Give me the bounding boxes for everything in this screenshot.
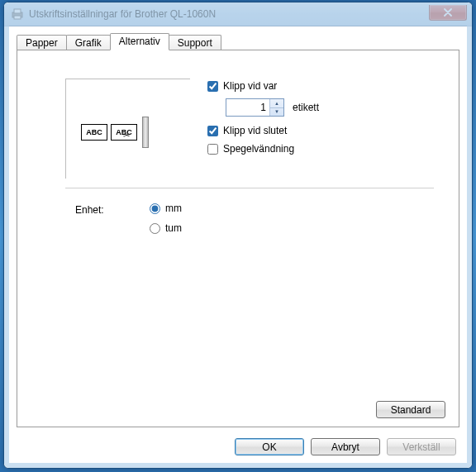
window-title: Utskriftsinställningar för Brother QL-10…	[29, 8, 429, 20]
dialog-button-row: OK Avbryt Verkställ	[235, 438, 456, 455]
tab-paper[interactable]: Papper	[17, 35, 67, 51]
options-group: Klipp vid var ▲ ▼ etikett Klipp vid slut…	[207, 80, 414, 161]
checkbox-cut-every[interactable]	[207, 81, 218, 92]
printer-icon	[11, 7, 24, 21]
tab-graphics[interactable]: Grafik	[66, 35, 111, 51]
cutter-icon	[142, 117, 149, 148]
spinner-up[interactable]: ▲	[270, 99, 283, 108]
radio-row-mm[interactable]: mm	[150, 203, 182, 214]
spinner-cut-count: ▲ ▼	[226, 98, 284, 117]
standard-button[interactable]: Standard	[376, 401, 445, 418]
label-cut-end: Klipp vid slutet	[223, 125, 287, 136]
radio-row-inch[interactable]: tum	[150, 222, 182, 234]
input-cut-count[interactable]	[226, 99, 269, 116]
apply-button[interactable]: Verkställ	[387, 438, 456, 455]
svg-rect-1	[14, 9, 21, 13]
close-button[interactable]	[429, 5, 467, 21]
label-unit: Enhet:	[75, 204, 104, 216]
cancel-button[interactable]: Avbryt	[311, 438, 380, 455]
tab-support[interactable]: Support	[169, 35, 221, 51]
label-mirror: Spegelvändning	[223, 143, 294, 155]
tab-page-alternative: ABC ABC ✂ Klipp vid var ▲ ▼	[17, 50, 459, 427]
client-area: Papper Grafik Alternativ Support ABC ABC…	[10, 26, 466, 462]
radio-inch[interactable]	[150, 223, 160, 234]
unit-radio-group: mm tum	[150, 203, 182, 242]
ok-button[interactable]: OK	[235, 438, 304, 455]
label-etikett: etikett	[293, 102, 319, 113]
tab-alternative[interactable]: Alternativ	[110, 33, 169, 50]
label-inch: tum	[165, 222, 182, 234]
checkbox-mirror[interactable]	[207, 144, 218, 155]
divider	[65, 188, 434, 188]
titlebar[interactable]: Utskriftsinställningar för Brother QL-10…	[4, 2, 472, 26]
label-mm: mm	[165, 203, 182, 214]
radio-mm[interactable]	[150, 203, 160, 214]
spinner-down[interactable]: ▼	[270, 108, 283, 117]
preview-label-1: ABC	[81, 124, 107, 141]
scissor-icon: ✂	[123, 131, 130, 140]
preview-frame: ABC ABC ✂	[65, 79, 190, 179]
tabstrip: Papper Grafik Alternativ Support	[17, 33, 221, 50]
dialog-window: Utskriftsinställningar för Brother QL-10…	[3, 2, 473, 469]
label-cut-every: Klipp vid var	[223, 80, 277, 92]
svg-rect-2	[14, 16, 21, 19]
checkbox-cut-end[interactable]	[207, 126, 218, 136]
